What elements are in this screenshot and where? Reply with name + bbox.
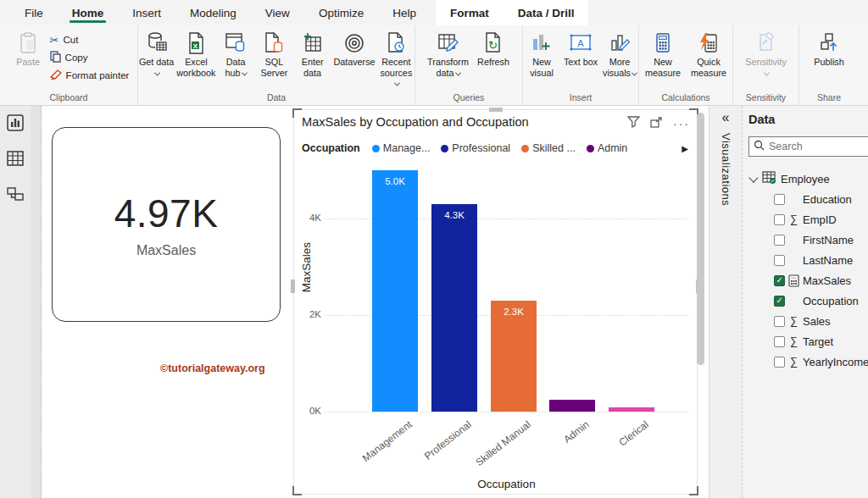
checkbox-unchecked[interactable] [774,255,785,266]
new-measure-button[interactable]: New measure [641,30,685,78]
legend-item-skilled[interactable]: Skilled ... [521,142,576,154]
field-row-lastname[interactable]: LastName [748,250,868,270]
x-axis-title: Occupation [325,478,688,490]
bar-value-label: 4.3K [431,210,477,220]
copy-icon [50,51,61,64]
field-row-yearlyincome[interactable]: ∑YearlyIncome [748,351,868,372]
chart-title: MaxSales by Occupation and Occupation [302,115,529,129]
field-row-education[interactable]: Education [748,189,868,209]
focus-mode-icon[interactable] [650,116,663,131]
selection-corner-handle[interactable] [292,486,302,495]
dataverse-button[interactable]: Dataverse [332,30,376,68]
checkbox-checked[interactable] [774,275,785,286]
cut-button[interactable]: ✂ Cut [50,32,130,47]
tab-view[interactable]: View [251,0,304,25]
bar-management[interactable] [372,170,418,412]
tab-optimize[interactable]: Optimize [304,0,378,25]
data-hub-button[interactable]: Data hub [217,30,253,78]
field-row-maxsales[interactable]: MaxSales [748,270,868,290]
sensitivity-button[interactable]: Sensitivity [739,30,793,78]
svg-text:X: X [193,42,198,49]
selection-resize-handle[interactable] [489,108,503,112]
legend-item-admin[interactable]: Admin [587,142,627,154]
checkbox-unchecked[interactable] [774,316,785,327]
checkbox-checked[interactable] [774,296,785,307]
publish-button[interactable]: Publish [810,30,849,68]
field-list: Education∑EmpIDFirstNameLastNameMaxSales… [748,189,868,372]
checkbox-unchecked[interactable] [774,336,785,347]
field-row-target[interactable]: ∑Target [748,331,868,351]
refresh-button[interactable]: ↻ Refresh [474,30,514,68]
legend-label: Skilled ... [532,142,576,154]
report-canvas[interactable]: 4.97K MaxSales ©tutorialgateway.org MaxS… [31,106,709,498]
ribbon-group-insert: New visual A Text box More visuals Inser… [523,25,639,105]
card-value: 4.97K [114,191,219,236]
tab-insert[interactable]: Insert [118,0,175,25]
selection-resize-handle[interactable] [291,279,295,293]
format-painter-button[interactable]: Format painter [50,68,130,83]
excel-workbook-button[interactable]: X Excel workbook [176,30,215,78]
x-tick-label: Clerical [616,418,650,449]
model-view-icon[interactable] [7,185,24,202]
database-icon [147,31,167,54]
tab-modeling[interactable]: Modeling [175,0,251,25]
sql-server-button[interactable]: SQL Server [256,30,292,78]
view-switcher-rail [0,106,31,498]
table-node-employee[interactable]: Employee [748,169,868,189]
dropdown-chevron-icon [632,69,637,75]
more-visuals-button[interactable]: More visuals [601,30,638,78]
field-search-box[interactable] [748,136,868,157]
watermark-text: ©tutorialgateway.org [160,362,265,374]
field-row-occupation[interactable]: Occupation [748,290,868,311]
tab-home[interactable]: Home [58,0,119,25]
canvas-scrollbar[interactable] [697,113,704,365]
card-visual-maxsales[interactable]: 4.97K MaxSales [52,127,281,322]
paste-button[interactable]: Paste [8,30,48,68]
tab-data-drill[interactable]: Data / Drill [504,0,589,25]
report-view-icon[interactable] [7,114,24,131]
new-visual-button[interactable]: New visual [523,30,560,78]
more-options-icon[interactable]: ··· [673,119,690,128]
get-data-button[interactable]: Get data [138,30,175,78]
chart-legend: Occupation Manage...ProfessionalSkilled … [302,142,675,154]
search-input[interactable] [769,141,868,152]
enter-data-button[interactable]: Enter data [294,30,331,78]
bar-chart-visual[interactable]: MaxSales by Occupation and Occupation ··… [293,109,698,495]
text-box-button[interactable]: A Text box [562,30,599,68]
transform-data-button[interactable]: Transform data [425,30,472,78]
report-page[interactable]: 4.97K MaxSales ©tutorialgateway.org MaxS… [41,106,709,498]
powerbi-desktop-window: FileHomeInsertModelingViewOptimizeHelpFo… [0,0,868,498]
y-tick-label: 0K [298,406,321,416]
chevron-down-icon[interactable] [748,173,758,182]
copy-button[interactable]: Copy [50,50,130,65]
field-row-firstname[interactable]: FirstName [748,230,868,250]
legend-item-professional[interactable]: Professional [441,142,510,154]
svg-text:↻: ↻ [488,39,498,52]
quick-measure-button[interactable]: Quick measure [687,30,731,78]
table-view-icon[interactable] [7,150,24,167]
expand-pane-icon[interactable]: « [722,111,730,125]
checkbox-unchecked[interactable] [774,235,785,246]
bar-skilled-manual[interactable] [491,301,537,412]
recent-sources-button[interactable]: Recent sources [378,30,415,89]
more-visuals-icon [609,31,630,54]
checkbox-unchecked[interactable] [774,194,785,205]
field-row-empid[interactable]: ∑EmpID [748,209,868,230]
x-tick-label: Professional [422,418,474,462]
field-row-sales[interactable]: ∑Sales [748,311,868,331]
checkbox-unchecked[interactable] [774,214,785,225]
tab-format[interactable]: Format [436,0,504,25]
filter-icon[interactable] [627,116,640,131]
tab-file[interactable]: File [10,0,58,25]
legend-scroll-arrow-icon[interactable]: ▶ [682,144,688,153]
legend-item-manage[interactable]: Manage... [372,142,431,154]
bar-admin[interactable] [549,400,595,412]
tab-help[interactable]: Help [378,0,431,25]
checkbox-unchecked[interactable] [774,357,785,368]
paste-icon [19,31,37,54]
bar-professional[interactable] [431,204,477,412]
selection-corner-handle[interactable] [689,486,698,495]
selection-corner-handle[interactable] [292,108,302,118]
dataverse-icon [343,31,365,54]
bar-clerical[interactable] [609,407,654,412]
